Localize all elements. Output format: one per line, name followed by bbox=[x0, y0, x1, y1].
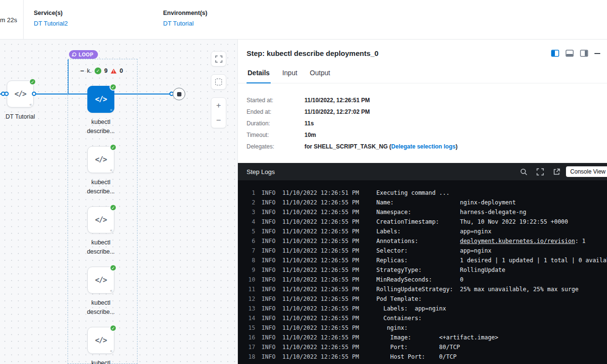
log-timestamp: 11/10/2022 12:26:51 PM bbox=[282, 188, 359, 198]
warning-triangle-icon bbox=[110, 68, 117, 74]
log-level: INFO bbox=[262, 198, 276, 207]
stop-icon bbox=[177, 92, 181, 96]
success-check-icon: ✓ bbox=[29, 78, 36, 85]
field-label: Started at: bbox=[247, 97, 304, 104]
tab-input[interactable]: Input bbox=[281, 65, 298, 83]
pipeline-step-node[interactable]: </>✓« bbox=[87, 327, 114, 354]
end-node[interactable] bbox=[173, 88, 185, 100]
expand-logs-icon[interactable] bbox=[537, 168, 544, 175]
minimize-panel-icon[interactable] bbox=[594, 53, 600, 54]
log-level: INFO bbox=[262, 284, 276, 294]
log-line-number: 16 bbox=[248, 333, 255, 342]
bottom-view-icon[interactable] bbox=[566, 50, 574, 57]
log-line: 1INFO11/10/2022 12:26:51 PMExecuting com… bbox=[238, 188, 607, 198]
log-message: Port: 80/TCP bbox=[376, 342, 460, 352]
log-line-number: 9 bbox=[248, 265, 255, 275]
step-flag-icon: « bbox=[110, 228, 112, 233]
field-label: Timeout: bbox=[247, 132, 304, 138]
log-timestamp: 11/10/2022 12:26:55 PM bbox=[282, 198, 359, 207]
pipeline-step-node[interactable]: </>✓« bbox=[87, 146, 114, 173]
detail-field: Ended at:11/10/2022, 12:27:02 PM bbox=[247, 108, 598, 115]
services-value-link[interactable]: DT Tutorial2 bbox=[34, 20, 68, 27]
node-label-line: describe... bbox=[74, 308, 127, 317]
log-line: 11INFO11/10/2022 12:26:55 PMRollingUpdat… bbox=[238, 284, 607, 294]
log-message: Host Port: 0/TCP bbox=[376, 352, 456, 362]
node-label-line: kubectl bbox=[74, 238, 127, 247]
code-icon: </> bbox=[95, 276, 107, 284]
connector-port bbox=[4, 92, 9, 96]
log-message: Namespace: harness-delegate-ng bbox=[376, 207, 526, 217]
node-label: kubectldescribe... bbox=[74, 238, 127, 256]
log-line-number: 5 bbox=[248, 227, 255, 236]
log-message: Annotations: deployment.kubernetes.io/re… bbox=[376, 236, 586, 246]
console-view-button[interactable]: Console View bbox=[566, 166, 607, 177]
log-timestamp: 11/10/2022 12:26:55 PM bbox=[282, 217, 359, 227]
stage-node[interactable]: </> ✓ « bbox=[7, 81, 34, 108]
log-message: Labels: app=nginx bbox=[376, 227, 491, 236]
log-timestamp: 11/10/2022 12:26:55 PM bbox=[282, 236, 359, 246]
search-icon[interactable] bbox=[520, 168, 527, 175]
marquee-select-button[interactable] bbox=[211, 74, 226, 90]
log-message: Name: nginx-deployment bbox=[376, 198, 516, 207]
collapse-loop-button[interactable]: − bbox=[80, 68, 84, 74]
log-line-number: 17 bbox=[248, 342, 255, 352]
start-node-group: </> ✓ « DT Tutorial bbox=[7, 81, 34, 108]
log-level: INFO bbox=[262, 275, 276, 284]
log-line-number: 8 bbox=[248, 256, 255, 265]
step-title: Step: kubectl describe deployments_0 bbox=[247, 49, 551, 57]
field-value-text: ) bbox=[455, 143, 457, 150]
code-icon: </> bbox=[95, 95, 107, 104]
log-level: INFO bbox=[262, 352, 276, 362]
node-label-line: kubectl bbox=[74, 359, 127, 364]
loop-badge: LOOP bbox=[69, 50, 98, 59]
split-view-icon[interactable] bbox=[551, 50, 559, 57]
logs-title: Step Logs bbox=[247, 168, 520, 175]
log-timestamp: 11/10/2022 12:26:55 PM bbox=[282, 284, 359, 294]
field-value: 10m bbox=[304, 132, 316, 138]
log-line-number: 2 bbox=[248, 198, 255, 207]
log-message: Containers: bbox=[376, 313, 422, 323]
log-line-number: 15 bbox=[248, 323, 255, 333]
right-view-icon[interactable] bbox=[580, 50, 588, 57]
loop-icon bbox=[72, 52, 77, 57]
log-timestamp: 11/10/2022 12:26:55 PM bbox=[282, 294, 359, 304]
pipeline-step-node[interactable]: </>✓« bbox=[87, 267, 114, 294]
pipeline-step-node[interactable]: </>✓« bbox=[87, 86, 114, 113]
success-check-icon: ✓ bbox=[110, 324, 117, 332]
log-message: Labels: app=nginx bbox=[376, 304, 446, 313]
node-label-line: kubectl bbox=[74, 298, 127, 308]
log-message: Pod Template: bbox=[376, 294, 422, 304]
pipeline-canvas[interactable]: LOOP − k. ✓ 9 0 </> ✓ « DT Tutorial </>✓… bbox=[0, 40, 237, 364]
logs-body[interactable]: 1INFO11/10/2022 12:26:51 PMExecuting com… bbox=[238, 180, 607, 364]
loop-badge-label: LOOP bbox=[79, 52, 94, 57]
step-flag-icon: « bbox=[110, 168, 112, 173]
tab-output[interactable]: Output bbox=[309, 65, 331, 83]
pipeline-step-node[interactable]: </>✓« bbox=[87, 206, 114, 233]
log-message-text: deployment.kubernetes.io/revision bbox=[460, 238, 575, 244]
log-message-text: Annotations: bbox=[376, 238, 460, 244]
delegate-selection-logs-link[interactable]: Delegate selection logs bbox=[391, 143, 455, 150]
tab-details[interactable]: Details bbox=[247, 65, 271, 83]
services-block: Service(s) DT Tutorial2 bbox=[34, 10, 68, 27]
log-line-number: 14 bbox=[248, 313, 255, 323]
fit-to-screen-button[interactable] bbox=[211, 51, 226, 67]
node-label-line: describe... bbox=[74, 187, 127, 196]
details-fields: Started at:11/10/2022, 12:26:51 PMEnded … bbox=[238, 83, 607, 150]
environments-label: Environment(s) bbox=[163, 10, 207, 16]
log-timestamp: 11/10/2022 12:26:55 PM bbox=[282, 246, 359, 256]
zoom-out-button[interactable]: − bbox=[211, 113, 226, 128]
log-level: INFO bbox=[262, 342, 276, 352]
field-value-text: for SHELL_SCRIPT_TASK_NG ( bbox=[304, 143, 391, 150]
open-in-new-icon[interactable] bbox=[553, 168, 560, 175]
node-label: kubectldescribe... bbox=[74, 178, 127, 196]
log-timestamp: 11/10/2022 12:26:55 PM bbox=[282, 207, 359, 217]
log-line-number: 1 bbox=[248, 188, 255, 198]
field-value: 11/10/2022, 12:27:02 PM bbox=[304, 108, 370, 115]
log-lines: 1INFO11/10/2022 12:26:51 PMExecuting com… bbox=[238, 188, 607, 362]
field-label: Ended at: bbox=[247, 108, 304, 115]
log-line-number: 12 bbox=[248, 294, 255, 304]
code-icon: </> bbox=[95, 336, 107, 345]
environments-value-link[interactable]: DT Tutorial bbox=[163, 20, 207, 27]
zoom-in-button[interactable]: + bbox=[211, 98, 226, 113]
log-message: StrategyType: RollingUpdate bbox=[376, 265, 505, 275]
